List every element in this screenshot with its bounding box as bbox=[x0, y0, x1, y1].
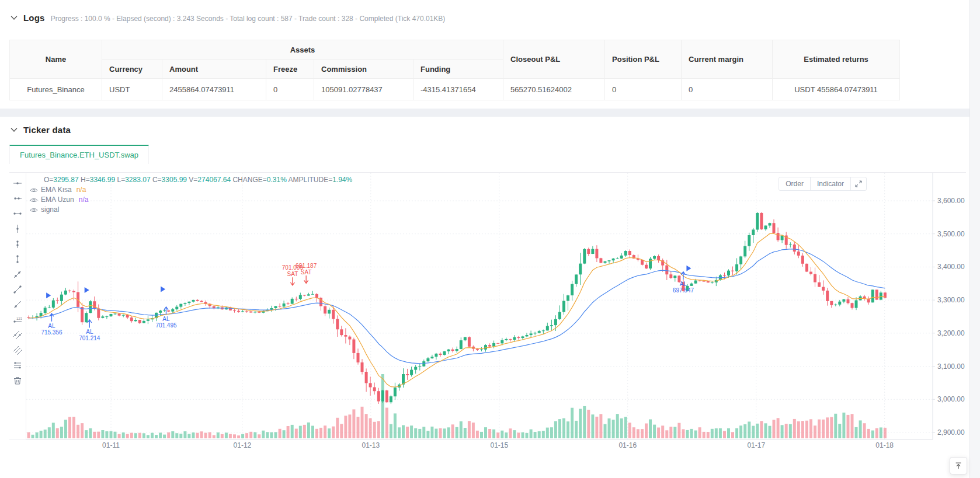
col-name: Name bbox=[10, 40, 102, 79]
svg-text:01-16: 01-16 bbox=[618, 441, 637, 449]
col-amount: Amount bbox=[162, 60, 266, 79]
svg-text:01-12: 01-12 bbox=[234, 441, 252, 449]
svg-text:3,400.00: 3,400.00 bbox=[937, 263, 965, 271]
chevron-down-icon[interactable] bbox=[11, 15, 18, 20]
expand-icon bbox=[855, 180, 862, 187]
svg-text:697.547: 697.547 bbox=[673, 287, 694, 294]
col-position-pl: Position P&L bbox=[605, 40, 682, 79]
svg-text:3,200.00: 3,200.00 bbox=[937, 329, 965, 337]
svg-text:AL: AL bbox=[162, 316, 170, 322]
svg-text:01-17: 01-17 bbox=[747, 441, 765, 449]
tool-fibonacci-icon[interactable] bbox=[13, 361, 22, 370]
svg-text:SAT: SAT bbox=[301, 269, 312, 275]
logs-header[interactable]: Logs Progress : 100.0 % - Elapsed (secon… bbox=[11, 13, 445, 23]
table-row: Futures_Binance USDT 2455864.07473911 0 … bbox=[10, 79, 900, 100]
tool-straight-line-icon[interactable] bbox=[13, 300, 22, 309]
col-current-margin: Current margin bbox=[682, 40, 773, 79]
tool-horizontal-ray-icon[interactable] bbox=[13, 194, 22, 203]
indicator-button[interactable]: Indicator bbox=[810, 177, 850, 190]
svg-text:701.214: 701.214 bbox=[79, 335, 100, 341]
chart-legend: O=3295.87 H=3346.99 L=3283.07 C=3305.99 … bbox=[30, 175, 352, 215]
logs-title: Logs bbox=[23, 13, 45, 23]
svg-text:701.495: 701.495 bbox=[155, 322, 177, 329]
svg-text:AL: AL bbox=[48, 323, 55, 329]
indicator-ema-long: EMA Uzunn/a bbox=[30, 195, 352, 205]
cell-commission: 105091.02778437 bbox=[314, 79, 413, 100]
svg-text:AL: AL bbox=[680, 281, 687, 287]
scroll-top-icon bbox=[954, 462, 962, 470]
svg-text:AL: AL bbox=[86, 329, 93, 335]
cell-freeze: 0 bbox=[266, 79, 314, 100]
col-currency: Currency bbox=[102, 60, 162, 79]
logs-progress-status: Progress : 100.0 % - Elapsed (second) : … bbox=[51, 13, 446, 23]
tool-vertical-segment-icon[interactable] bbox=[13, 254, 22, 264]
ohlc-readout: O=3295.87 H=3346.99 L=3283.07 C=3305.99 … bbox=[30, 175, 352, 185]
cell-position-pl: 0 bbox=[605, 79, 682, 100]
col-freeze: Freeze bbox=[266, 60, 314, 79]
col-closeout-pl: Closeout P&L bbox=[503, 40, 605, 79]
cell-estimated-returns: USDT 455864.07473911 bbox=[773, 79, 900, 100]
tool-vertical-line-icon[interactable] bbox=[13, 224, 22, 233]
order-button[interactable]: Order bbox=[779, 177, 810, 190]
tab-futures-binance-eth-usdt-swap[interactable]: Futures_Binance.ETH_USDT.swap bbox=[9, 145, 149, 164]
tool-horizontal-line-icon[interactable] bbox=[13, 179, 22, 188]
cell-closeout-pl: 565270.51624002 bbox=[503, 79, 605, 100]
cell-name: Futures_Binance bbox=[10, 79, 102, 100]
tool-ray-icon[interactable] bbox=[13, 270, 22, 279]
tool-price-channel-icon[interactable] bbox=[13, 346, 22, 355]
logs-section: Logs Progress : 100.0 % - Elapsed (secon… bbox=[0, 0, 980, 109]
svg-text:681.187: 681.187 bbox=[296, 263, 317, 269]
tool-segment-icon[interactable] bbox=[13, 285, 22, 294]
col-assets: Assets bbox=[102, 40, 503, 60]
fullscreen-button[interactable] bbox=[850, 177, 866, 190]
svg-text:3,300.00: 3,300.00 bbox=[937, 296, 965, 304]
svg-text:01-15: 01-15 bbox=[490, 441, 508, 449]
svg-text:3,000.00: 3,000.00 bbox=[937, 395, 965, 403]
ticker-header[interactable]: Ticker data bbox=[11, 125, 71, 135]
page-scrollbar[interactable] bbox=[969, 0, 980, 478]
svg-text:715.356: 715.356 bbox=[41, 329, 62, 336]
back-to-top-button[interactable] bbox=[950, 457, 967, 474]
cell-funding: -4315.41371654 bbox=[413, 79, 503, 100]
cell-current-margin: 0 bbox=[682, 79, 773, 100]
chart-button-group: Order Indicator bbox=[779, 177, 867, 191]
tool-remove-icon[interactable] bbox=[13, 376, 22, 385]
svg-text:01-11: 01-11 bbox=[102, 441, 120, 449]
cell-amount: 2455864.07473911 bbox=[162, 79, 266, 100]
svg-text:01-18: 01-18 bbox=[875, 441, 894, 449]
svg-text:3,100.00: 3,100.00 bbox=[937, 362, 965, 371]
svg-text:01-13: 01-13 bbox=[362, 441, 380, 449]
svg-text:3,600.00: 3,600.00 bbox=[937, 197, 965, 205]
svg-text:123: 123 bbox=[16, 317, 22, 320]
svg-text:2,900.00: 2,900.00 bbox=[937, 428, 965, 437]
tool-parallel-line-icon[interactable] bbox=[13, 330, 22, 340]
col-commission: Commission bbox=[314, 60, 413, 79]
eye-icon[interactable] bbox=[30, 207, 38, 213]
tool-price-line-icon[interactable]: 123 bbox=[13, 315, 22, 325]
indicator-signal: signal bbox=[30, 205, 352, 215]
ticker-data-section: Ticker data Futures_Binance.ETH_USDT.swa… bbox=[0, 117, 980, 478]
ticker-title: Ticker data bbox=[23, 125, 71, 135]
col-funding: Funding bbox=[413, 60, 503, 79]
svg-text:3,500.00: 3,500.00 bbox=[937, 230, 965, 238]
eye-icon[interactable] bbox=[30, 187, 38, 193]
indicator-ema-short: EMA Kısan/a bbox=[30, 185, 352, 195]
cell-currency: USDT bbox=[102, 79, 162, 100]
candlestick-chart[interactable]: 3,600.003,500.003,400.003,300.003,200.00… bbox=[9, 172, 966, 452]
tool-horizontal-segment-icon[interactable] bbox=[13, 209, 22, 218]
eye-icon[interactable] bbox=[30, 197, 38, 203]
svg-text:SAT: SAT bbox=[287, 271, 298, 277]
col-estimated-returns: Estimated returns bbox=[773, 40, 900, 79]
account-table: Name Assets Closeout P&L Position P&L Cu… bbox=[9, 40, 900, 100]
chevron-down-icon[interactable] bbox=[11, 127, 18, 132]
drawing-toolbar: 123 bbox=[9, 173, 26, 439]
tool-vertical-ray-icon[interactable] bbox=[13, 239, 22, 249]
